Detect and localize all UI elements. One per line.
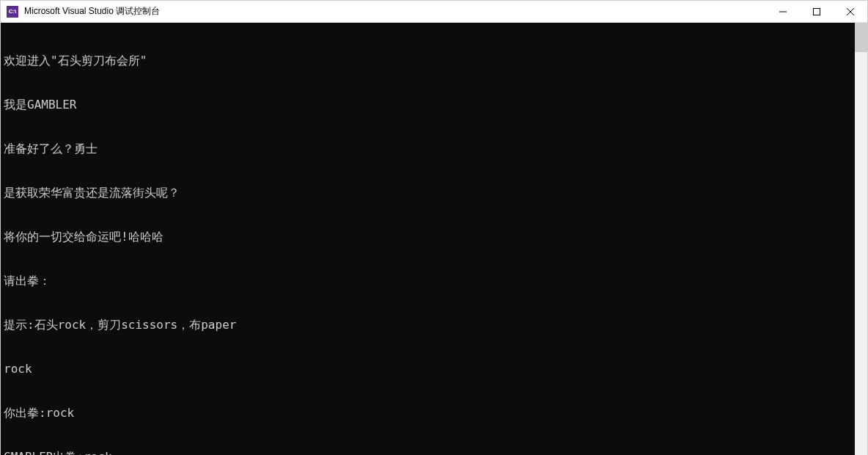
console-line: 我是GAMBLER: [4, 98, 852, 112]
console-output[interactable]: 欢迎进入"石头剪刀布会所" 我是GAMBLER 准备好了么？勇士 是获取荣华富贵…: [1, 23, 855, 455]
console-line: rock: [4, 362, 852, 376]
vertical-scrollbar[interactable]: [855, 23, 867, 455]
console-line: 是获取荣华富贵还是流落街头呢？: [4, 186, 852, 200]
titlebar[interactable]: C:\ Microsoft Visual Studio 调试控制台: [1, 1, 867, 23]
scrollbar-thumb[interactable]: [855, 23, 867, 52]
minimize-icon: [779, 8, 787, 15]
console-line: 准备好了么？勇士: [4, 142, 852, 156]
close-icon: [847, 8, 854, 15]
maximize-button[interactable]: [800, 1, 834, 22]
window-title: Microsoft Visual Studio 调试控制台: [24, 5, 766, 18]
minimize-button[interactable]: [766, 1, 800, 22]
window-controls: [766, 1, 867, 22]
app-icon: C:\: [7, 6, 18, 18]
maximize-icon: [813, 8, 820, 15]
console-line: 提示:石头rock，剪刀scissors，布paper: [4, 318, 852, 332]
close-button[interactable]: [834, 1, 867, 22]
console-line: 将你的一切交给命运吧!哈哈哈: [4, 230, 852, 244]
console-line: 欢迎进入"石头剪刀布会所": [4, 54, 852, 68]
console-window: C:\ Microsoft Visual Studio 调试控制台 欢迎进入"石…: [0, 0, 868, 455]
console-area: 欢迎进入"石头剪刀布会所" 我是GAMBLER 准备好了么？勇士 是获取荣华富贵…: [1, 23, 867, 455]
svg-rect-1: [814, 8, 820, 15]
console-line: 你出拳:rock: [4, 406, 852, 421]
console-line: 请出拳：: [4, 274, 852, 288]
console-line: GMABLER出拳:rock: [4, 450, 852, 455]
